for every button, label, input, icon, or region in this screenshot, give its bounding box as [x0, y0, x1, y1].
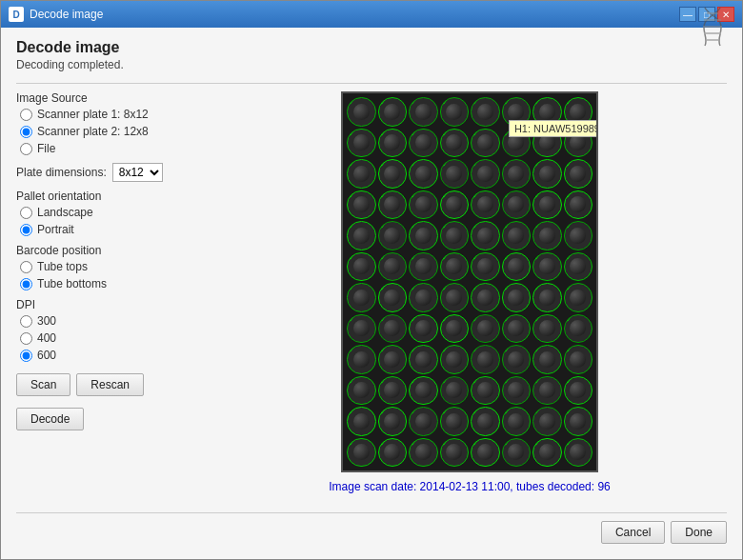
- tube-grid: [343, 93, 596, 470]
- tube-cell: [532, 345, 562, 374]
- tube-cell: [347, 407, 376, 436]
- barcode-position-group: Tube tops Tube bottoms: [16, 260, 197, 290]
- tube-cell: [440, 97, 470, 127]
- tube-cell: [347, 376, 376, 406]
- tube-cell: [471, 376, 500, 406]
- tube-cell: [378, 129, 408, 158]
- tube-cell: [532, 314, 562, 344]
- logo-area: [690, 28, 735, 52]
- dpi-400-item[interactable]: 400: [20, 331, 197, 345]
- barcode-tops-item[interactable]: Tube tops: [20, 260, 197, 273]
- tube-cell: [502, 407, 532, 436]
- tube-cell: [378, 376, 408, 406]
- tube-cell: [532, 252, 562, 282]
- orientation-landscape-label: Landscape: [37, 206, 93, 219]
- tube-cell: [409, 283, 438, 312]
- image-source-group: Scanner plate 1: 8x12 Scanner plate 2: 1…: [16, 108, 197, 155]
- source-scanner1-label: Scanner plate 1: 8x12: [37, 108, 149, 121]
- content-area: Decode image Decoding completed.: [1, 28, 742, 559]
- dna-logo-icon: [690, 28, 735, 50]
- orientation-landscape-radio[interactable]: [20, 207, 32, 219]
- source-file-radio[interactable]: [20, 143, 32, 155]
- plate-dimensions-label: Plate dimensions:: [16, 166, 107, 179]
- pallet-orientation-section: Pallet orientation Landscape Portrait: [16, 190, 197, 236]
- tube-cell: [347, 159, 376, 189]
- image-source-label: Image Source: [16, 91, 197, 105]
- rescan-button[interactable]: Rescan: [76, 373, 144, 396]
- barcode-tops-radio[interactable]: [20, 261, 32, 273]
- tube-cell: [471, 190, 500, 220]
- tube-cell: [532, 438, 562, 468]
- tube-cell: [409, 190, 438, 220]
- source-scanner2-item[interactable]: Scanner plate 2: 12x8: [20, 125, 197, 138]
- tube-cell: [532, 159, 562, 189]
- tube-cell: [502, 190, 532, 220]
- tube-cell: [440, 438, 470, 468]
- orientation-portrait-item[interactable]: Portrait: [20, 223, 197, 236]
- tube-cell: [532, 283, 562, 312]
- barcode-bottoms-label: Tube bottoms: [37, 277, 107, 290]
- tube-cell: [471, 159, 500, 189]
- tube-cell: [409, 129, 438, 158]
- source-file-item[interactable]: File: [20, 142, 197, 155]
- decode-button[interactable]: Decode: [16, 408, 84, 430]
- source-file-label: File: [37, 142, 55, 155]
- tube-cell: [564, 252, 593, 282]
- tube-cell: [409, 376, 438, 406]
- tube-cell: [564, 159, 593, 189]
- tube-cell: [502, 252, 532, 282]
- plate-dimensions-select[interactable]: 8x12 12x8: [112, 163, 163, 182]
- tube-cell: [378, 221, 408, 250]
- tube-cell: [347, 314, 376, 344]
- tube-cell: [378, 97, 408, 127]
- tube-tooltip: H1: NUAW519989: [509, 120, 598, 137]
- cancel-button[interactable]: Cancel: [601, 521, 665, 544]
- tube-cell: [440, 190, 470, 220]
- tube-cell: [440, 159, 470, 189]
- scan-info: Image scan date: 2014-02-13 11:00, tubes…: [329, 480, 611, 493]
- tube-cell: [347, 221, 376, 250]
- plate-dimensions-section: Plate dimensions: 8x12 12x8: [16, 163, 197, 182]
- tube-cell: [347, 97, 376, 127]
- tube-cell: [564, 314, 593, 344]
- tube-cell: [532, 376, 562, 406]
- done-button[interactable]: Done: [671, 521, 727, 544]
- tube-cell: [378, 252, 408, 282]
- tube-cell: [409, 314, 438, 344]
- tube-cell: [564, 407, 593, 436]
- tube-cell: [409, 97, 438, 127]
- scan-button[interactable]: Scan: [16, 373, 70, 396]
- main-window: D Decode image — □ ✕ Decode image Decodi…: [0, 0, 743, 560]
- dpi-600-radio[interactable]: [20, 350, 32, 362]
- tube-cell: [440, 407, 470, 436]
- tube-cell: [378, 345, 408, 374]
- tube-cell: [409, 221, 438, 250]
- dpi-group: 300 400 600: [16, 314, 197, 362]
- bottom-right-actions: Cancel Done: [601, 521, 727, 544]
- orientation-portrait-radio[interactable]: [20, 224, 32, 236]
- tube-cell: [471, 221, 500, 250]
- tube-cell: [471, 345, 500, 374]
- dpi-300-item[interactable]: 300: [20, 314, 197, 328]
- source-scanner2-radio[interactable]: [20, 126, 32, 138]
- orientation-landscape-item[interactable]: Landscape: [20, 206, 197, 219]
- dpi-600-item[interactable]: 600: [20, 349, 197, 362]
- tube-cell: [440, 221, 470, 250]
- left-panel: Image Source Scanner plate 1: 8x12 Scann…: [16, 91, 197, 505]
- tube-cell: [564, 221, 593, 250]
- barcode-position-label: Barcode position: [16, 244, 197, 257]
- tube-cell: [347, 190, 376, 220]
- tube-cell: [471, 438, 500, 468]
- tube-cell: [378, 283, 408, 312]
- source-scanner1-radio[interactable]: [20, 109, 32, 121]
- source-scanner1-item[interactable]: Scanner plate 1: 8x12: [20, 108, 197, 121]
- window-title: Decode image: [30, 8, 103, 21]
- right-panel: H1: NUAW519989 Image scan date: 2014-02-…: [212, 91, 727, 505]
- dpi-300-radio[interactable]: [20, 315, 32, 328]
- barcode-position-section: Barcode position Tube tops Tube bottoms: [16, 244, 197, 290]
- barcode-bottoms-radio[interactable]: [20, 278, 32, 290]
- barcode-bottoms-item[interactable]: Tube bottoms: [20, 277, 197, 290]
- tube-cell: [409, 438, 438, 468]
- tube-cell: [532, 407, 562, 436]
- dpi-400-radio[interactable]: [20, 332, 32, 345]
